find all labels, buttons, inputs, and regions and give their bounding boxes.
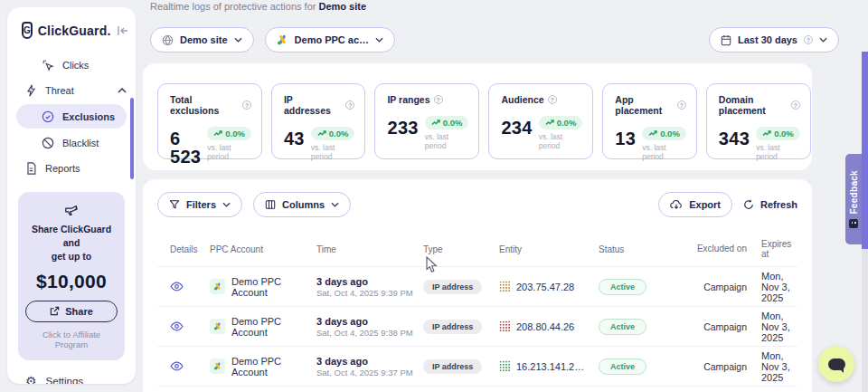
- stat-delta-badge: 0.0%: [425, 116, 469, 129]
- row-excluded-on: Campaign: [689, 282, 752, 292]
- prohibit-icon: [42, 137, 54, 149]
- filters-label: Filters: [186, 199, 216, 210]
- row-type-badge: IP address: [423, 280, 482, 294]
- stat-delta-sub: vs. last period: [425, 132, 469, 150]
- cloud-download-icon: [670, 199, 683, 210]
- column-header-entity[interactable]: Entity: [499, 244, 599, 254]
- clickguard-logo-icon: G: [22, 22, 33, 39]
- sidebar-scrollbar[interactable]: [130, 98, 134, 179]
- stat-value: 343: [719, 129, 750, 148]
- row-entity: 203.75.47.28: [516, 282, 574, 292]
- stat-label: Total exclusions: [170, 94, 239, 116]
- stat-delta-badge: 0.0%: [642, 127, 686, 140]
- row-time-absolute: Sat, Oct 4, 2025 9:37 PM: [316, 368, 423, 378]
- chevron-down-icon: [375, 37, 383, 43]
- promo-amount: $10,000: [25, 271, 118, 292]
- stat-delta-sub: vs. last period: [642, 143, 686, 161]
- column-header-expires-at[interactable]: Expires at: [752, 239, 797, 259]
- help-icon[interactable]: ?: [677, 100, 686, 110]
- sidebar-collapse-icon[interactable]: [117, 25, 129, 36]
- sidebar-item-exclusions[interactable]: Exclusions: [16, 104, 127, 129]
- column-header-type[interactable]: Type: [423, 244, 499, 254]
- sidebar-item-reports[interactable]: Reports: [7, 157, 136, 179]
- date-range-dropdown[interactable]: Last 30 days ?: [709, 27, 839, 53]
- columns-dropdown[interactable]: Columns: [253, 192, 351, 217]
- row-details-eye-icon[interactable]: [170, 361, 184, 371]
- external-link-icon: [50, 306, 60, 316]
- date-range-value: Last 30 days: [738, 34, 797, 45]
- help-icon[interactable]: ?: [791, 100, 800, 110]
- column-header-ppc-account[interactable]: PPC Account: [210, 244, 316, 254]
- trend-up-icon: [213, 130, 222, 137]
- help-icon[interactable]: ?: [345, 100, 354, 110]
- chevron-up-icon[interactable]: [118, 88, 127, 93]
- column-header-time[interactable]: Time: [316, 244, 423, 254]
- stat-value: 13: [615, 129, 636, 148]
- stats-section: Total exclusions? 6 523 0.0% vs. last pe…: [143, 63, 812, 170]
- row-account: Demo PPC Account: [231, 356, 316, 378]
- trend-up-icon: [431, 120, 440, 126]
- row-account: Demo PPC Account: [231, 276, 316, 298]
- row-excluded-on: Campaign: [689, 361, 752, 372]
- row-status-badge: Active: [599, 359, 646, 375]
- filters-dropdown[interactable]: Filters: [157, 192, 242, 217]
- chat-bubble-icon: [828, 359, 845, 370]
- affiliate-link[interactable]: Click to Affiliate Program: [25, 330, 118, 349]
- stat-delta-sub: vs. last period: [207, 143, 251, 161]
- chevron-down-icon: [234, 37, 242, 43]
- row-expires-at: Mon, Nov 3, 2025: [752, 350, 796, 383]
- table-row: Demo PPC Account 3 days agoSat, Oct 4, 2…: [143, 347, 812, 386]
- site-filter-dropdown[interactable]: Demo site: [150, 27, 254, 53]
- page-scrollbar-thumb[interactable]: [862, 52, 868, 249]
- trend-up-icon: [317, 130, 326, 137]
- main-content: Realtime logs of protective actions for …: [136, 0, 868, 392]
- stat-value: 233: [387, 119, 418, 137]
- feedback-label: Feedback: [849, 170, 859, 215]
- share-button-label: Share: [65, 306, 93, 317]
- sidebar-item-label: Exclusions: [62, 111, 118, 122]
- row-time-relative: 3 days ago: [316, 316, 423, 327]
- feedback-tab[interactable]: Feedback: [845, 154, 862, 244]
- row-details-eye-icon[interactable]: [170, 282, 184, 292]
- stat-delta-sub: vs. last period: [311, 143, 355, 161]
- ppc-account-filter-dropdown[interactable]: Demo PPC ac…: [265, 27, 396, 53]
- sidebar-nav: Clicks Threat Exclusions Blacklist: [7, 53, 136, 179]
- google-ads-icon: [210, 359, 225, 374]
- row-details-eye-icon[interactable]: [170, 321, 184, 331]
- columns-label: Columns: [282, 199, 325, 210]
- export-button[interactable]: Export: [658, 192, 732, 217]
- trend-up-icon: [648, 130, 657, 137]
- refresh-label: Refresh: [760, 199, 797, 210]
- sidebar-item-threat[interactable]: Threat: [7, 79, 136, 101]
- gear-icon: ⚙: [25, 375, 37, 384]
- stat-label: IP addresses: [284, 94, 343, 116]
- stat-delta-badge: 0.0%: [756, 127, 800, 140]
- column-header-status[interactable]: Status: [599, 244, 689, 254]
- share-button[interactable]: Share: [25, 301, 118, 322]
- column-header-details[interactable]: Details: [170, 244, 210, 254]
- app-title: ClickGuard.: [38, 24, 111, 38]
- sidebar-item-label: Threat: [45, 85, 109, 96]
- globe-icon: [162, 34, 174, 46]
- row-time-absolute: Sat, Oct 4, 2025 9:39 PM: [316, 288, 423, 298]
- stat-delta-badge: 0.0%: [311, 127, 355, 140]
- chevron-down-icon: [331, 202, 339, 207]
- stat-card-app-placement: App placement? 13 0.0% vs. last period: [602, 83, 697, 159]
- page-subtitle: Realtime logs of protective actions for …: [150, 1, 366, 12]
- country-flag-icon: [499, 281, 511, 292]
- google-ads-icon: [210, 319, 225, 334]
- affiliate-promo-card: Share ClickGuard and get up to $10,000 S…: [18, 192, 125, 360]
- help-icon[interactable]: ?: [242, 100, 251, 110]
- sidebar-item-blacklist[interactable]: Blacklist: [7, 131, 136, 154]
- column-header-excluded-on[interactable]: Excluded on: [689, 244, 752, 255]
- help-icon[interactable]: ?: [548, 95, 557, 104]
- chat-launcher-button[interactable]: [818, 346, 854, 382]
- refresh-button[interactable]: Refresh: [743, 199, 797, 210]
- sidebar-item-clicks[interactable]: Clicks: [7, 53, 136, 76]
- help-icon[interactable]: ?: [434, 95, 443, 104]
- google-ads-icon: [277, 34, 288, 45]
- stat-value: 234: [501, 119, 532, 137]
- sidebar-item-settings[interactable]: ⚙ Settings: [7, 360, 136, 384]
- export-label: Export: [689, 199, 721, 210]
- trend-up-icon: [762, 130, 771, 137]
